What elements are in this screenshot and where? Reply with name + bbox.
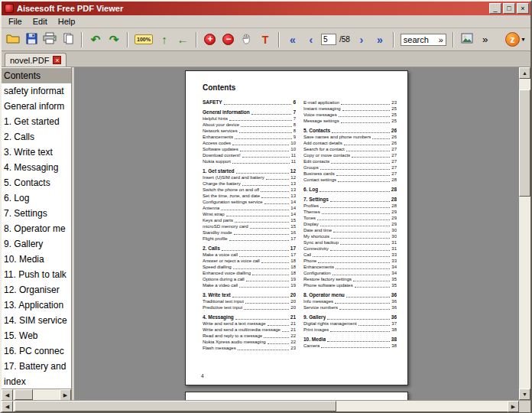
folder-icon <box>6 33 20 46</box>
sidebar-item[interactable]: 1. Get started <box>2 114 71 129</box>
menu-file[interactable]: File <box>3 15 28 28</box>
sidebar-item[interactable]: 2. Calls <box>2 129 71 145</box>
close-button[interactable]: × <box>517 3 529 14</box>
sidebar-item[interactable]: Contents <box>2 68 71 83</box>
fit-width-button[interactable]: ← <box>174 31 191 49</box>
hscroll-track[interactable] <box>13 401 508 411</box>
open-button[interactable] <box>5 31 21 49</box>
scroll-left-button[interactable]: ◀ <box>2 389 13 401</box>
sidebar-item[interactable]: 4. Messaging <box>2 160 71 175</box>
menu-help[interactable]: Help <box>53 15 81 28</box>
text-tool-button[interactable]: T <box>257 31 274 49</box>
toc-entry: Save names and phone numbers26 <box>303 134 397 140</box>
toc-entry: 4. Messaging21 <box>203 314 296 320</box>
search-input[interactable]: search » <box>401 34 446 46</box>
zoom-in-button[interactable]: + <box>202 31 219 49</box>
scroll-up-button[interactable]: ▲ <box>519 67 530 79</box>
sidebar-item[interactable]: 11. Push to talk <box>2 267 71 282</box>
toolbar-overflow-button[interactable]: » <box>477 31 494 49</box>
sidebar-item[interactable]: 10. Media <box>2 252 71 267</box>
next-page-button[interactable]: › <box>353 31 370 49</box>
vscroll-thumb[interactable] <box>519 89 530 197</box>
hand-tool-button[interactable] <box>238 31 255 49</box>
scroll-right-button[interactable]: ▶ <box>60 389 71 401</box>
toc-entry: 6. Log28 <box>303 187 397 193</box>
sidebar-item[interactable]: 8. Operator me <box>2 221 71 236</box>
print-button[interactable] <box>41 31 58 49</box>
scroll-left-button[interactable]: ◀ <box>2 401 13 412</box>
toc-entry: Standby mode16 <box>203 229 296 236</box>
last-page-icon: » <box>377 34 383 46</box>
toc-entry: Profiles28 <box>303 203 397 209</box>
last-page-button[interactable]: » <box>371 31 388 49</box>
save-button[interactable] <box>23 31 40 49</box>
tab-close-icon[interactable]: × <box>53 56 61 64</box>
window-title: Aiseesoft Free PDF Viewer <box>17 4 489 13</box>
vertical-scrollbar[interactable]: ▲ ▼ <box>519 67 530 400</box>
toc-entry: Flash messages23 <box>203 345 296 351</box>
toc-entry: Voice messages25 <box>303 112 397 118</box>
toc-column-left: SAFETY6General information7Helpful hints… <box>203 99 296 351</box>
scroll-right-button[interactable]: ▶ <box>508 401 519 412</box>
rotate-left-icon: ↶ <box>91 33 101 47</box>
overflow-chevron-icon: » <box>482 34 488 45</box>
maximize-button[interactable]: □ <box>503 3 515 14</box>
sidebar-item[interactable]: 13. Application <box>2 298 71 313</box>
tab-label: novel.PDF <box>10 56 49 65</box>
toc-entry: Restore factory settings35 <box>303 276 397 282</box>
pages-button[interactable] <box>60 31 76 49</box>
sidebar-item[interactable]: index <box>2 374 71 389</box>
sidebar-item[interactable]: 15. Web <box>2 328 71 343</box>
menu-edit[interactable]: Edit <box>28 15 53 28</box>
sidebar-item[interactable]: safety informat <box>2 83 71 99</box>
aiseesoft-logo-button[interactable]: z ▼ <box>504 31 527 49</box>
sidebar-item[interactable]: 5. Contacts <box>2 175 71 190</box>
toc-entry: Configuration settings service14 <box>203 199 296 205</box>
zoom-out-button[interactable]: − <box>220 31 237 49</box>
toc-entry: 2. Calls17 <box>203 246 296 252</box>
tab-bar: novel.PDF × <box>2 51 530 67</box>
actual-size-icon: 100% <box>135 34 153 44</box>
horizontal-scrollbar[interactable]: ◀ ▶ <box>2 400 530 411</box>
page-number-input[interactable] <box>321 34 336 45</box>
sidebar-item[interactable]: 14. SIM service <box>2 313 71 328</box>
first-page-button[interactable]: « <box>284 31 301 49</box>
sidebar-item[interactable]: General inform <box>2 99 71 114</box>
left-arrow-icon: ← <box>177 33 188 46</box>
sidebar-scroll-track[interactable] <box>13 389 60 400</box>
search-placeholder: search <box>404 35 429 44</box>
toc-entry: Answer or reject a voice call18 <box>203 258 296 264</box>
vscroll-track[interactable] <box>519 79 530 389</box>
pages-icon <box>63 33 74 47</box>
toolbar-separator <box>81 32 83 47</box>
toc-entry: Copy or move contacts27 <box>303 152 397 158</box>
minimize-button[interactable]: _ <box>489 3 501 14</box>
toc-entry: Phone software updates35 <box>303 282 397 288</box>
sidebar-item[interactable]: 12. Organiser <box>2 282 71 298</box>
actual-size-button[interactable]: 100% <box>133 31 154 49</box>
rotate-right-button[interactable]: ↷ <box>105 31 122 49</box>
hscroll-thumb[interactable] <box>15 401 336 411</box>
prev-page-button[interactable]: ‹ <box>303 31 320 49</box>
toc-entry: Write and send a multimedia message21 <box>203 327 296 333</box>
toc-entry: Edit contacts27 <box>303 158 397 164</box>
sidebar-item[interactable]: 6. Log <box>2 190 71 206</box>
snapshot-button[interactable] <box>459 31 475 49</box>
sidebar-item[interactable]: 3. Write text <box>2 145 71 160</box>
rotate-left-button[interactable]: ↶ <box>87 31 104 49</box>
scroll-down-button[interactable]: ▼ <box>519 389 530 400</box>
sidebar-scroll-thumb[interactable] <box>15 389 33 400</box>
sidebar-item[interactable]: 7. Settings <box>2 206 71 221</box>
sidebar-hscrollbar[interactable]: ◀ ▶ <box>2 389 71 400</box>
toc-entry: Wrist strap14 <box>203 211 296 217</box>
pdf-page[interactable]: Contents SAFETY6General information7Help… <box>185 70 408 385</box>
sidebar-item[interactable]: 17. Battery and <box>2 359 71 374</box>
toc-entry: Make a video call19 <box>203 282 296 288</box>
sidebar-item[interactable]: 9. Gallery <box>2 236 71 252</box>
toc-entry: 9. Gallery36 <box>303 314 397 320</box>
sidebar-list: Contentssafety informatGeneral inform1. … <box>2 67 71 389</box>
fit-height-button[interactable]: ↑ <box>156 31 173 49</box>
tab-novel-pdf[interactable]: novel.PDF × <box>5 53 66 67</box>
sidebar-item[interactable]: 16. PC connec <box>2 343 71 359</box>
pdf-page-next[interactable]: Video39 15. Web45 <box>185 392 408 400</box>
